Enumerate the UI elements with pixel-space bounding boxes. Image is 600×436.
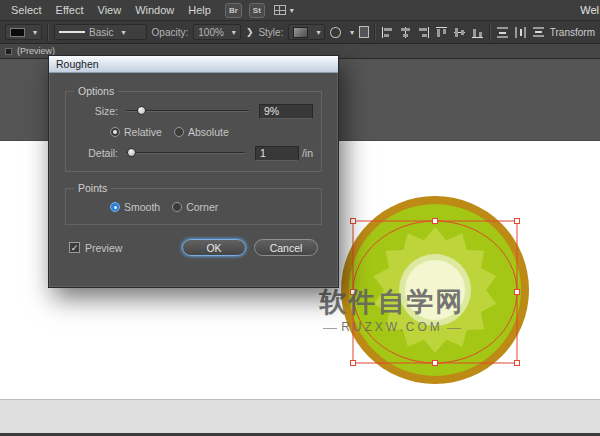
- corner-label[interactable]: Corner: [186, 201, 218, 213]
- size-row: Size: 9%: [74, 100, 313, 122]
- detail-value: 1: [260, 147, 266, 159]
- document-setup-icon[interactable]: [359, 26, 369, 38]
- preview-label: Preview: [85, 242, 122, 254]
- points-row: Smooth Corner: [74, 197, 313, 217]
- opacity-value: 100%: [198, 27, 224, 38]
- bridge-icon[interactable]: Br: [225, 3, 242, 18]
- style-swatch: [293, 27, 308, 38]
- chevron-down-icon: ▾: [33, 28, 37, 37]
- detail-label: Detail:: [74, 147, 118, 159]
- transform-panel-label[interactable]: Transform: [550, 27, 595, 38]
- watermark-text-cn: 软件自学网: [308, 287, 476, 317]
- opacity-dropdown[interactable]: 100% ▾: [193, 24, 241, 40]
- options-group: Options Size: 9% Relative Absolute: [65, 85, 322, 172]
- dialog-body: Options Size: 9% Relative Absolute: [49, 73, 338, 256]
- corner-radio[interactable]: [172, 202, 182, 212]
- style-label: Style:: [258, 27, 283, 38]
- brush-definition-dropdown[interactable]: Basic ▾: [54, 24, 147, 40]
- watermark: 软件自学网 RUZXW.COM: [308, 287, 476, 335]
- expand-chevron-icon[interactable]: ❯: [246, 27, 254, 37]
- dialog-title: Roughen: [56, 58, 99, 70]
- size-input[interactable]: 9%: [259, 104, 313, 119]
- document-color-icon: [5, 48, 12, 55]
- menu-select[interactable]: Select: [4, 0, 49, 20]
- size-value: 9%: [264, 105, 279, 117]
- pasteboard-bottom: [0, 399, 600, 433]
- detail-unit-label: /in: [302, 147, 313, 159]
- align-left-icon[interactable]: [381, 26, 394, 39]
- roughen-dialog: Roughen Options Size: 9% Relative Abs: [48, 55, 339, 288]
- chevron-down-icon[interactable]: ▾: [290, 6, 294, 15]
- align-center-vertical-icon[interactable]: [453, 26, 466, 39]
- ok-button[interactable]: OK: [182, 239, 246, 256]
- selection-handle[interactable]: [515, 219, 520, 224]
- selection-handle[interactable]: [515, 290, 520, 295]
- chevron-down-icon[interactable]: ▾: [350, 28, 354, 37]
- illustrator-app: Select Effect View Window Help Br St ▾ W…: [0, 0, 600, 436]
- detail-slider-track[interactable]: [126, 152, 245, 154]
- align-bottom-icon[interactable]: [471, 26, 484, 39]
- detail-slider[interactable]: [126, 147, 245, 159]
- chevron-down-icon: ▾: [121, 28, 125, 37]
- preview-checkbox[interactable]: ✓ Preview: [69, 242, 122, 254]
- stroke-color-dropdown[interactable]: ▾: [5, 24, 42, 40]
- absolute-label[interactable]: Absolute: [188, 126, 229, 138]
- distribute-center-icon[interactable]: [514, 26, 527, 39]
- checkbox-check-icon: ✓: [69, 242, 80, 253]
- distribute-top-icon[interactable]: [496, 26, 509, 39]
- selection-handle[interactable]: [351, 361, 356, 366]
- chevron-down-icon: ▾: [232, 28, 236, 37]
- workspace-switcher[interactable]: Wel: [580, 4, 599, 16]
- divider: [47, 24, 49, 41]
- opacity-label: Opacity:: [152, 27, 189, 38]
- cancel-button[interactable]: Cancel: [254, 239, 318, 256]
- options-legend: Options: [74, 85, 118, 97]
- size-mode-row: Relative Absolute: [74, 122, 313, 142]
- points-group: Points Smooth Corner: [65, 182, 322, 225]
- stroke-color-swatch: [10, 28, 25, 37]
- size-label: Size:: [74, 105, 118, 117]
- menu-window[interactable]: Window: [128, 0, 181, 20]
- menu-help[interactable]: Help: [181, 0, 218, 20]
- detail-slider-thumb[interactable]: [127, 148, 136, 157]
- relative-label[interactable]: Relative: [124, 126, 162, 138]
- smooth-label[interactable]: Smooth: [124, 201, 160, 213]
- menu-bar: Select Effect View Window Help Br St ▾ W…: [0, 0, 600, 21]
- align-top-icon[interactable]: [435, 26, 448, 39]
- selection-handle[interactable]: [433, 219, 438, 224]
- watermark-text-url: RUZXW.COM: [337, 320, 447, 334]
- selection-handle[interactable]: [351, 219, 356, 224]
- detail-input[interactable]: 1: [255, 146, 299, 161]
- align-right-icon[interactable]: [417, 26, 430, 39]
- stroke-line-sample: [59, 31, 85, 33]
- divider: [374, 24, 376, 41]
- align-center-horizontal-icon[interactable]: [399, 26, 412, 39]
- divider: [489, 24, 491, 41]
- brush-definition-label: Basic: [89, 27, 113, 38]
- distribute-bottom-icon[interactable]: [532, 26, 545, 39]
- size-slider-thumb[interactable]: [137, 106, 146, 115]
- absolute-radio[interactable]: [174, 127, 184, 137]
- size-slider[interactable]: [126, 105, 249, 117]
- chevron-down-icon: ▾: [316, 28, 320, 37]
- menu-view[interactable]: View: [91, 0, 129, 20]
- smooth-radio[interactable]: [110, 202, 120, 212]
- dialog-footer: ✓ Preview OK Cancel: [69, 239, 318, 256]
- dialog-titlebar[interactable]: Roughen: [49, 56, 338, 73]
- style-dropdown[interactable]: ▾: [288, 24, 325, 40]
- stock-icon[interactable]: St: [249, 3, 265, 18]
- selection-handle[interactable]: [515, 361, 520, 366]
- menu-effect[interactable]: Effect: [49, 0, 91, 20]
- control-bar: ▾ Basic ▾ Opacity: 100% ▾ ❯ Style: ▾ ▾: [0, 21, 600, 44]
- relative-radio[interactable]: [110, 127, 120, 137]
- recolor-artwork-icon[interactable]: [330, 27, 341, 38]
- points-legend: Points: [74, 182, 111, 194]
- detail-row: Detail: 1 /in: [74, 142, 313, 164]
- selection-handle[interactable]: [433, 361, 438, 366]
- arrange-documents-icon[interactable]: [274, 5, 286, 15]
